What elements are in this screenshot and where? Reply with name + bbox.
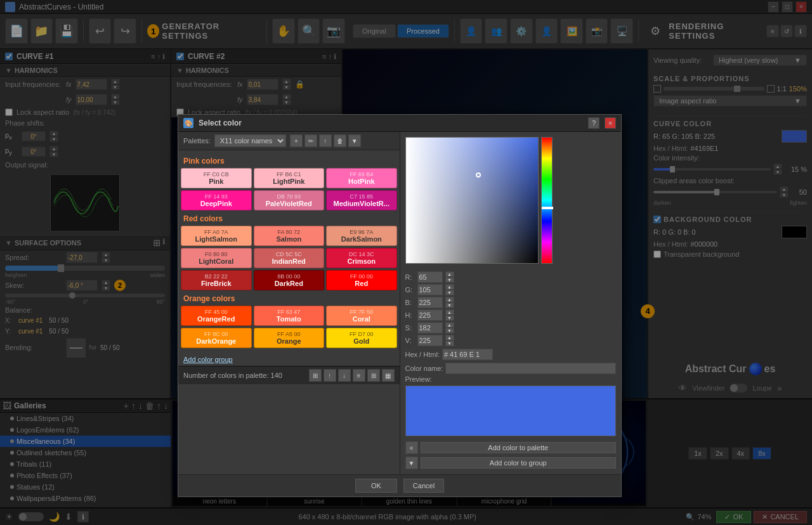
color-hex: FF C0 CB <box>185 171 247 178</box>
color-cell[interactable]: B2 22 22FireBrick <box>181 270 252 290</box>
add-to-palette-btn[interactable]: Add color to palette <box>421 442 617 453</box>
footer-btn-6[interactable]: ▦ <box>382 369 395 382</box>
color-name: MediumVioletR... <box>331 200 393 207</box>
color-name-row: Color name: <box>405 363 617 374</box>
s-input[interactable] <box>417 322 443 334</box>
color-hex: FF B6 C1 <box>258 171 320 178</box>
color-cell[interactable]: FF D7 00Gold <box>326 328 397 348</box>
footer-btn-5[interactable]: ⊞ <box>367 369 380 382</box>
color-cell[interactable]: DB 70 93PaleVioletRed <box>254 190 325 211</box>
palette-scroll[interactable]: Pink colorsFF C0 CBPinkFF B6 C1LightPink… <box>178 150 400 366</box>
color-cell[interactable]: FF 00 00Red <box>326 270 397 290</box>
palette-icons: + ✏ ↑ 🗑 ▼ <box>290 134 361 147</box>
add-palette-chevron[interactable]: « <box>405 441 418 454</box>
color-cell[interactable]: FF 69 B4HotPink <box>326 168 397 188</box>
g-label: G: <box>405 286 415 294</box>
h-input[interactable] <box>417 309 443 321</box>
color-cell[interactable]: FF 7F 50Coral <box>326 306 397 326</box>
color-name: Crimson <box>331 257 393 265</box>
hex-html-input[interactable] <box>442 349 493 360</box>
colorpick-main <box>400 132 622 269</box>
color-name: DarkOrange <box>185 337 247 345</box>
color-hex: FF 69 B4 <box>331 171 393 178</box>
color-cell[interactable]: CD 5C 5CIndianRed <box>254 248 325 268</box>
color-hex: FF 7F 50 <box>331 309 393 315</box>
g-spinner[interactable]: ▲ ▼ <box>445 284 454 295</box>
color-name: HotPink <box>331 178 393 185</box>
color-name: LightPink <box>258 178 320 185</box>
color-hex: FF 63 47 <box>258 309 320 315</box>
g-row: G: ▲ ▼ <box>405 284 617 295</box>
color-preview-box <box>405 386 617 436</box>
s-spinner[interactable]: ▲ ▼ <box>445 322 454 334</box>
palette-dropdown[interactable]: X11 color names <box>214 134 286 147</box>
color-cell[interactable]: E9 96 7ADarkSalmon <box>326 226 397 246</box>
r-label: R: <box>405 273 415 281</box>
color-hex: DC 14 3C <box>331 251 393 257</box>
modal-close-btn[interactable]: × <box>605 117 616 129</box>
modal-footer: OK Cancel <box>178 474 621 496</box>
color-cell[interactable]: FF 45 00OrangeRed <box>181 306 252 326</box>
color-name: FireBrick <box>185 280 247 287</box>
pal-btn-2[interactable]: ✏ <box>304 134 317 147</box>
pal-btn-5[interactable]: ▼ <box>348 134 361 147</box>
color-name: Tomato <box>258 315 320 323</box>
color-cell[interactable]: FF 8C 00DarkOrange <box>181 328 252 348</box>
color-group-title: Pink colors <box>183 157 395 165</box>
h-spinner[interactable]: ▲ ▼ <box>445 309 454 321</box>
add-color-group-link[interactable]: Add color group <box>181 352 397 366</box>
color-hex: FF 8C 00 <box>185 331 247 337</box>
color-cell[interactable]: FF 14 93DeepPink <box>181 190 252 211</box>
g-input[interactable] <box>417 284 443 295</box>
color-grid: FF C0 CBPinkFF B6 C1LightPinkFF 69 B4Hot… <box>181 168 397 211</box>
rgb-controls: R: ▲ ▼ G: ▲ ▼ B: <box>400 269 622 474</box>
color-cell[interactable]: F0 80 80LightCoral <box>181 248 252 268</box>
add-group-chevron[interactable]: ▼ <box>405 457 418 469</box>
color-name: LightCoral <box>185 257 247 265</box>
color-hex: FF 45 00 <box>185 309 247 315</box>
color-cell[interactable]: FF A5 00Orange <box>254 328 325 348</box>
modal-help-btn[interactable]: ? <box>588 117 599 129</box>
color-cell[interactable]: 8B 00 00DarkRed <box>254 270 325 290</box>
footer-btn-4[interactable]: ≡ <box>353 369 365 382</box>
color-cell[interactable]: FF 63 47Tomato <box>254 306 325 326</box>
color-cell[interactable]: FF C0 CBPink <box>181 168 252 188</box>
modal-body: Palettes: X11 color names + ✏ ↑ 🗑 ▼ Pink… <box>178 132 621 474</box>
select-color-modal: 🎨 Select color ? × Palettes: X11 color n… <box>178 114 622 497</box>
modal-ok-btn[interactable]: OK <box>355 479 397 493</box>
palette-label: Palettes: <box>183 137 211 145</box>
modal-cancel-btn[interactable]: Cancel <box>403 479 444 493</box>
b-input[interactable] <box>417 297 443 308</box>
pal-btn-3[interactable]: ↑ <box>319 134 332 147</box>
hue-bar-vertical[interactable] <box>541 137 553 264</box>
s-row: S: ▲ ▼ <box>405 322 617 334</box>
color-cell[interactable]: C7 15 85MediumVioletR... <box>326 190 397 211</box>
color-name: Orange <box>258 337 320 345</box>
add-palette-row: « Add color to palette <box>405 441 617 454</box>
v-spinner[interactable]: ▲ ▼ <box>445 335 454 346</box>
color-cell[interactable]: FF B6 C1LightPink <box>254 168 325 188</box>
color-group-title: Orange colors <box>183 294 395 303</box>
v-label: V: <box>405 337 415 344</box>
r-spinner[interactable]: ▲ ▼ <box>445 271 454 283</box>
r-input[interactable] <box>417 271 443 283</box>
pal-btn-4[interactable]: 🗑 <box>334 134 346 147</box>
add-group-row: ▼ Add color to group <box>405 457 617 469</box>
color-cell[interactable]: FF A0 7ALightSalmon <box>181 226 252 246</box>
color-name-input[interactable] <box>445 363 616 374</box>
color-hex: FF 00 00 <box>331 273 393 280</box>
color-gradient-box[interactable] <box>405 137 539 264</box>
h-row: H: ▲ ▼ <box>405 309 617 321</box>
add-to-group-btn[interactable]: Add color to group <box>421 457 617 469</box>
footer-btn-1[interactable]: ⊞ <box>309 369 322 382</box>
hex-html-row: Hex / Html: <box>405 349 617 360</box>
b-spinner[interactable]: ▲ ▼ <box>445 297 454 308</box>
s-label: S: <box>405 324 415 332</box>
color-cell[interactable]: DC 14 3CCrimson <box>326 248 397 268</box>
pal-btn-1[interactable]: + <box>290 134 303 147</box>
add-color-group-text[interactable]: Add color group <box>183 356 233 363</box>
footer-btn-2[interactable]: ↑ <box>324 369 336 382</box>
color-cell[interactable]: FA 80 72Salmon <box>254 226 325 246</box>
footer-btn-3[interactable]: ↓ <box>338 369 351 382</box>
v-input[interactable] <box>417 335 443 346</box>
